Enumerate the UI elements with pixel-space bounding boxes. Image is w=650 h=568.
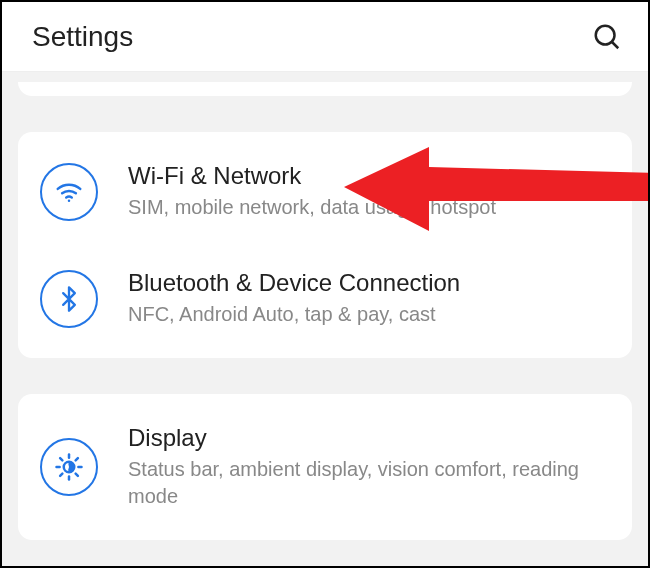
row-subtitle: SIM, mobile network, data usage, hotspot <box>128 194 610 221</box>
settings-content: Wi-Fi & Network SIM, mobile network, dat… <box>2 72 648 550</box>
row-title: Display <box>128 424 610 452</box>
svg-line-9 <box>76 474 78 476</box>
settings-item-bluetooth[interactable]: Bluetooth & Device Connection NFC, Andro… <box>18 245 632 352</box>
icon-circle <box>40 163 98 221</box>
row-subtitle: NFC, Android Auto, tap & pay, cast <box>128 301 610 328</box>
icon-circle <box>40 438 98 496</box>
partial-card-above <box>18 82 632 96</box>
svg-line-1 <box>612 42 618 48</box>
svg-point-0 <box>596 25 615 44</box>
search-button[interactable] <box>590 20 624 54</box>
svg-line-8 <box>60 458 62 460</box>
page-title: Settings <box>32 21 133 53</box>
settings-group-display: Display Status bar, ambient display, vis… <box>18 394 632 540</box>
row-text: Wi-Fi & Network SIM, mobile network, dat… <box>128 162 610 221</box>
row-title: Bluetooth & Device Connection <box>128 269 610 297</box>
bluetooth-icon <box>55 285 83 313</box>
search-icon <box>592 22 622 52</box>
wifi-icon <box>54 177 84 207</box>
app-header: Settings <box>2 2 648 72</box>
row-text: Display Status bar, ambient display, vis… <box>128 424 610 510</box>
svg-line-11 <box>76 458 78 460</box>
settings-item-wifi-network[interactable]: Wi-Fi & Network SIM, mobile network, dat… <box>18 138 632 245</box>
row-subtitle: Status bar, ambient display, vision comf… <box>128 456 610 510</box>
settings-item-display[interactable]: Display Status bar, ambient display, vis… <box>18 400 632 534</box>
brightness-icon <box>54 452 84 482</box>
icon-circle <box>40 270 98 328</box>
row-title: Wi-Fi & Network <box>128 162 610 190</box>
settings-group-connectivity: Wi-Fi & Network SIM, mobile network, dat… <box>18 132 632 358</box>
row-text: Bluetooth & Device Connection NFC, Andro… <box>128 269 610 328</box>
svg-point-2 <box>68 199 71 202</box>
svg-line-10 <box>60 474 62 476</box>
